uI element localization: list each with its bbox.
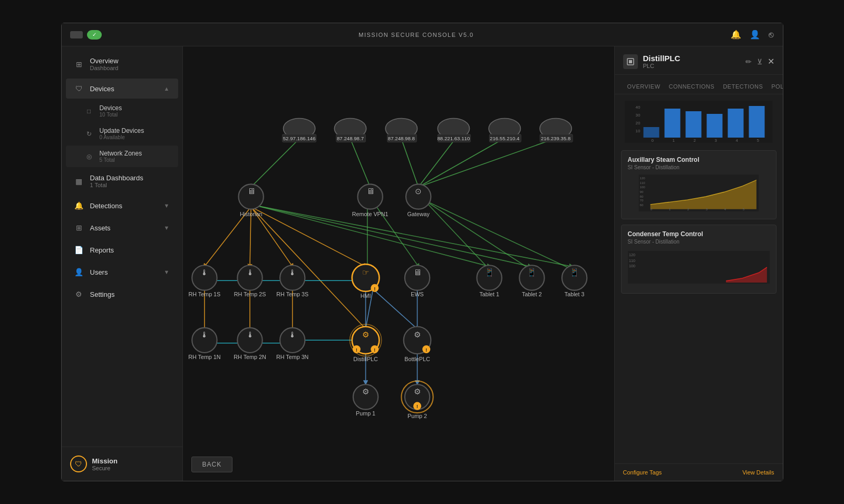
svg-text:5: 5 — [756, 138, 759, 143]
cloud-node-5[interactable]: 216.55.210.4 — [489, 118, 521, 142]
svg-text:RH Temp 3N: RH Temp 3N — [276, 354, 308, 360]
sidebar-item-overview[interactable]: ⊞ Overview Dashboard — [66, 52, 178, 76]
pump1-node[interactable]: ⚙ Pump 1 — [353, 384, 377, 416]
overview-label: Overview — [90, 57, 170, 65]
svg-text:!: ! — [374, 347, 375, 353]
svg-text:🌡: 🌡 — [246, 268, 254, 277]
devices-chevron: ▲ — [164, 85, 170, 92]
svg-text:90: 90 — [639, 190, 643, 193]
sidebar-item-users[interactable]: 👤 Users ▼ — [66, 262, 178, 282]
sidebar-subitem-devices-list[interactable]: □ Devices 10 Total — [66, 100, 178, 122]
svg-text:2: 2 — [687, 207, 689, 211]
tag-card-auxiliary: Auxillary Steam Control SI Sensor - Dist… — [621, 150, 777, 219]
cloud-node-4[interactable]: 88.221.63.110 — [437, 118, 470, 142]
tablet2-node[interactable]: 📱 Tablet 2 — [519, 265, 544, 297]
tab-detections[interactable]: DETECTIONS — [719, 80, 767, 94]
svg-text:⚙: ⚙ — [362, 330, 369, 339]
svg-text:🖥: 🖥 — [247, 187, 255, 196]
svg-text:📱: 📱 — [484, 268, 494, 277]
sidebar-subitem-network-zones[interactable]: ◎ Network Zones 5 Total — [66, 146, 178, 167]
layers-icon: ⊞ — [74, 223, 84, 232]
svg-text:88.221.63.110: 88.221.63.110 — [437, 135, 470, 141]
panel-device-name: DistillPLC — [643, 54, 681, 63]
user-icon[interactable]: 👤 — [750, 30, 760, 40]
svg-text:!: ! — [425, 347, 427, 353]
tab-overview[interactable]: OVERVIEW — [623, 80, 665, 94]
gateway-node[interactable]: ⊙ Gateway — [405, 184, 430, 217]
svg-text:4: 4 — [724, 207, 726, 211]
svg-text:🌡: 🌡 — [246, 330, 254, 339]
svg-text:110: 110 — [629, 258, 635, 263]
back-button[interactable]: BACK — [191, 457, 233, 472]
svg-text:52.97.186.146: 52.97.186.146 — [283, 135, 315, 141]
title-bar: ✓ MISSION SECURE CONSOLE V5.0 🔔 👤 ⎋ — [62, 23, 783, 46]
title-bar-left: ✓ — [70, 30, 102, 40]
svg-text:⚙: ⚙ — [414, 387, 421, 396]
historian-node[interactable]: 🖥 Historian — [238, 184, 263, 217]
svg-text:📱: 📱 — [569, 268, 579, 277]
logo-sub: Secure — [92, 465, 118, 471]
right-panel: DistillPLC PLC ✏ ⊻ ✕ OVERVIEW CONNECTION… — [614, 46, 783, 481]
tablet1-node[interactable]: 📱 Tablet 1 — [477, 265, 501, 297]
user-group-icon: 👤 — [74, 267, 84, 277]
cloud-node-2[interactable]: 87.248.98.7 — [334, 118, 366, 142]
panel-tabs: OVERVIEW CONNECTIONS DETECTIONS POLICIES… — [615, 75, 783, 94]
traffic-green: ✓ — [87, 30, 102, 40]
svg-text:DistillPLC: DistillPLC — [353, 356, 378, 362]
auxiliary-chart: 120 110 100 90 80 70 60 0 1 2 — [628, 175, 770, 211]
view-details-link[interactable]: View Details — [742, 469, 774, 476]
settings-label: Settings — [90, 290, 170, 298]
tablet3-node[interactable]: 📱 Tablet 3 — [561, 265, 586, 297]
tag-card-condenser: Condenser Temp Control SI Sensor - Disti… — [621, 225, 777, 294]
sidebar-item-devices[interactable]: 🛡 Devices ▲ — [66, 79, 178, 99]
sidebar-item-detections[interactable]: 🔔 Detections ▼ — [66, 196, 178, 216]
condenser-sub: SI Sensor - Distillation — [628, 239, 770, 245]
filter-icon[interactable]: ⊻ — [757, 57, 762, 66]
svg-text:100: 100 — [629, 264, 635, 268]
network-graph-area[interactable]: 52.97.186.146 87.248.98.7 87.248.98.8 — [183, 46, 614, 481]
svg-text:110: 110 — [639, 181, 645, 185]
notification-icon[interactable]: 🔔 — [731, 30, 741, 40]
svg-text:HMI: HMI — [360, 293, 371, 299]
data-dashboards-label: Data Dashboards — [90, 174, 170, 182]
configure-tags-link[interactable]: Configure Tags — [623, 469, 662, 476]
sidebar-subitem-update-devices[interactable]: ↻ Update Devices 0 Available — [66, 123, 178, 144]
panel-close-icon[interactable]: ✕ — [768, 56, 774, 66]
svg-text:RH Temp 2S: RH Temp 2S — [234, 291, 266, 297]
tab-policies[interactable]: POLICIES — [767, 80, 782, 94]
cloud-node-3[interactable]: 87.248.98.8 — [385, 118, 417, 142]
svg-text:40: 40 — [635, 105, 640, 110]
tab-connections[interactable]: CONNECTIONS — [665, 80, 719, 94]
svg-rect-127 — [706, 114, 722, 138]
svg-text:RH Temp 1N: RH Temp 1N — [188, 354, 220, 360]
cloud-node-6[interactable]: 216.239.35.8 — [540, 118, 573, 142]
svg-text:120: 120 — [639, 176, 645, 180]
sidebar-item-data-dashboards[interactable]: ▦ Data Dashboards 1 Total — [66, 169, 178, 193]
app-title: MISSION SECURE CONSOLE V5.0 — [358, 32, 473, 38]
assets-label: Assets — [90, 224, 158, 232]
svg-rect-126 — [685, 111, 701, 138]
users-label: Users — [90, 268, 158, 276]
sidebar-item-settings[interactable]: ⚙ Settings — [66, 284, 178, 304]
top-chart-area: 40 30 20 10 0 1 2 — [621, 101, 777, 145]
update-devices-sub: 0 Available — [100, 134, 144, 140]
sidebar-item-reports[interactable]: 📄 Reports — [66, 240, 178, 260]
cloud-node-1[interactable]: 52.97.186.146 — [282, 118, 316, 142]
edit-icon[interactable]: ✏ — [745, 57, 752, 66]
title-bar-actions: 🔔 👤 ⎋ — [731, 30, 774, 40]
svg-text:⚙: ⚙ — [362, 387, 369, 396]
bottle-plc-node[interactable]: ⚙ ! BottlePLC — [403, 326, 431, 362]
svg-text:216.239.35.8: 216.239.35.8 — [540, 135, 570, 141]
gear-icon: ⚙ — [74, 289, 84, 299]
svg-text:Tablet 3: Tablet 3 — [564, 291, 584, 297]
network-zones-icon: ◎ — [85, 152, 93, 161]
condenser-title: Condenser Temp Control — [628, 230, 770, 238]
devices-list-label: Devices — [100, 104, 122, 112]
sidebar-item-assets[interactable]: ⊞ Assets ▼ — [66, 218, 178, 238]
svg-text:!: ! — [416, 404, 418, 409]
svg-rect-129 — [749, 106, 764, 138]
device-list-icon: □ — [85, 107, 93, 115]
svg-text:RH Temp 3S: RH Temp 3S — [276, 291, 308, 297]
logout-icon[interactable]: ⎋ — [769, 30, 774, 40]
logo-name: Mission — [92, 457, 118, 465]
